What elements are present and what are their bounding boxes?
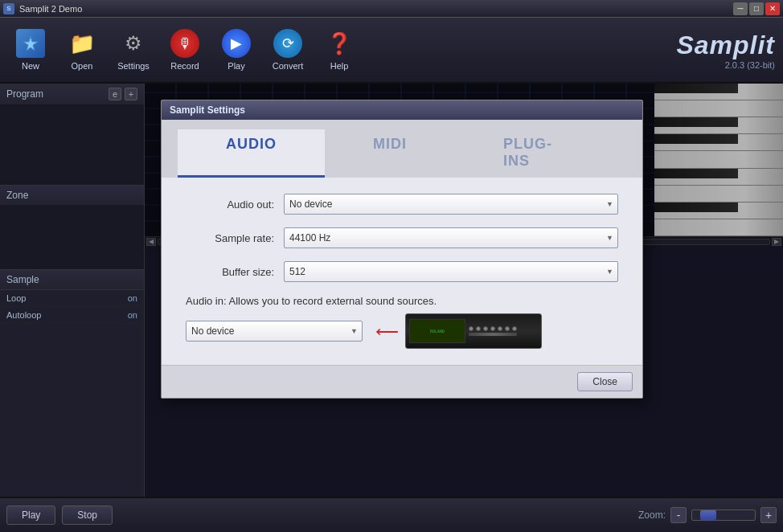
dialog-overlay: Samplit Settings AUDIO MIDI PLUG-INS Aud…	[145, 84, 783, 497]
audio-in-row: No device Microphone Line In ⟶	[186, 313, 618, 349]
audio-in-select-wrapper: No device Microphone Line In	[186, 321, 363, 342]
settings-icon: ⚙	[119, 29, 148, 58]
audio-out-select-wrapper: No device Default Output ASIO Driver	[284, 194, 618, 215]
audio-out-row: Audio out: No device Default Output ASIO…	[186, 194, 618, 215]
sample-rate-row: Sample rate: 22050 Hz 44100 Hz 48000 Hz …	[186, 227, 618, 248]
help-button[interactable]: ❓ Help	[315, 22, 363, 78]
convert-icon: ⟳	[273, 29, 302, 58]
autoloop-label: Autoloop	[6, 310, 41, 320]
brand-name: Samplit	[676, 31, 775, 60]
sample-header: Sample	[0, 270, 144, 289]
sidebar: Program e + Zone Sample Loop on Aut	[0, 84, 145, 497]
bottom-bar: Play Stop Zoom: - +	[0, 497, 783, 532]
settings-button[interactable]: ⚙ Settings	[109, 22, 158, 78]
svg-marker-0	[23, 36, 38, 51]
device-knob	[498, 326, 502, 331]
zone-header: Zone	[0, 186, 144, 205]
close-window-button[interactable]: ✕	[765, 2, 780, 15]
play-bottom-button[interactable]: Play	[6, 505, 55, 525]
zone-body	[0, 205, 144, 269]
audio-in-description: Audio in: Allows you to record external …	[186, 295, 618, 307]
convert-label: Convert	[273, 61, 304, 71]
device-knob	[476, 326, 481, 331]
buffer-size-label: Buffer size:	[186, 266, 274, 278]
zone-section: Zone	[0, 186, 144, 270]
loop-value: on	[128, 293, 137, 303]
program-add-button[interactable]: +	[125, 88, 137, 100]
program-section: Program e +	[0, 84, 144, 186]
loop-row: Loop on	[0, 290, 144, 307]
dialog-tabs: AUDIO MIDI PLUG-INS	[162, 120, 642, 178]
maximize-button[interactable]: □	[749, 2, 764, 15]
sample-label: Sample	[6, 274, 39, 285]
dialog-titlebar: Samplit Settings	[162, 100, 642, 120]
buffer-size-row: Buffer size: 128 256 512 1024 2048	[186, 261, 618, 282]
zoom-minus-button[interactable]: -	[670, 507, 687, 523]
buffer-size-select[interactable]: 128 256 512 1024 2048	[284, 261, 618, 282]
arrow-icon: ⟶	[375, 321, 399, 341]
audio-in-select[interactable]: No device Microphone Line In	[186, 321, 363, 342]
device-controls	[469, 326, 538, 336]
device-knob	[512, 326, 517, 331]
device-knob-row	[469, 326, 538, 331]
tab-plugins[interactable]: PLUG-INS	[455, 129, 626, 178]
title-bar: S Samplit 2 Demo ─ □ ✕	[0, 0, 783, 18]
device-display: ROLAND	[409, 319, 465, 343]
convert-button[interactable]: ⟳ Convert	[264, 22, 312, 78]
device-knob	[483, 326, 488, 331]
zoom-plus-button[interactable]: +	[760, 507, 777, 523]
app-icon: S	[3, 3, 14, 14]
help-label: Help	[330, 61, 349, 71]
main-area: Program e + Zone Sample Loop on Aut	[0, 84, 783, 497]
buffer-size-select-wrapper: 128 256 512 1024 2048	[284, 261, 618, 282]
loop-label: Loop	[6, 293, 26, 303]
device-knob-row	[469, 333, 538, 336]
program-edit-button[interactable]: e	[109, 88, 121, 100]
open-icon: 📁	[68, 29, 96, 58]
record-button[interactable]: 🎙 Record	[161, 22, 209, 78]
tab-midi[interactable]: MIDI	[325, 129, 455, 178]
sample-section: Sample	[0, 270, 144, 290]
play-button[interactable]: ▶ Play	[212, 22, 260, 78]
window-title: Samplit 2 Demo	[19, 4, 82, 14]
zoom-slider[interactable]	[691, 509, 756, 521]
sample-rate-select-wrapper: 22050 Hz 44100 Hz 48000 Hz 96000 Hz	[284, 227, 618, 248]
dialog-body: Audio out: No device Default Output ASIO…	[162, 178, 642, 365]
title-bar-left: S Samplit 2 Demo	[3, 3, 82, 14]
dialog-title: Samplit Settings	[170, 104, 245, 116]
audio-out-select[interactable]: No device Default Output ASIO Driver	[284, 194, 618, 215]
tab-audio[interactable]: AUDIO	[178, 129, 325, 178]
open-label: Open	[72, 61, 93, 71]
brand: Samplit 2.0.3 (32-bit)	[676, 31, 775, 70]
program-header: Program e +	[0, 84, 144, 104]
program-controls: e +	[109, 88, 137, 100]
new-button[interactable]: New	[6, 22, 55, 78]
zoom-thumb	[700, 510, 716, 520]
settings-label: Settings	[117, 61, 150, 71]
zone-label: Zone	[6, 190, 28, 201]
device-knob	[469, 326, 473, 331]
audio-out-label: Audio out:	[186, 198, 274, 211]
zoom-section: Zoom: - +	[638, 507, 777, 523]
help-icon: ❓	[325, 29, 354, 58]
minimize-button[interactable]: ─	[733, 2, 748, 15]
zoom-label: Zoom:	[638, 509, 666, 521]
program-body	[0, 104, 144, 185]
toolbar: New 📁 Open ⚙ Settings 🎙 Record ▶ Play ⟳ …	[0, 18, 783, 84]
play-toolbar-label: Play	[228, 61, 244, 71]
autoloop-row: Autoloop on	[0, 307, 144, 324]
program-label: Program	[6, 88, 43, 100]
record-icon: 🎙	[170, 29, 199, 58]
device-knob	[490, 326, 495, 331]
arrow-hint: ⟶ ROLAND	[375, 313, 542, 349]
open-button[interactable]: 📁 Open	[58, 22, 106, 78]
settings-dialog: Samplit Settings AUDIO MIDI PLUG-INS Aud…	[161, 100, 643, 399]
brand-version: 2.0.3 (32-bit)	[676, 60, 775, 70]
sample-rate-select[interactable]: 22050 Hz 44100 Hz 48000 Hz 96000 Hz	[284, 227, 618, 248]
device-image: ROLAND	[405, 313, 542, 349]
close-dialog-button[interactable]: Close	[577, 372, 633, 391]
device-knob	[505, 326, 510, 331]
record-label: Record	[170, 61, 199, 71]
stop-button[interactable]: Stop	[62, 505, 113, 525]
new-icon	[16, 29, 45, 58]
